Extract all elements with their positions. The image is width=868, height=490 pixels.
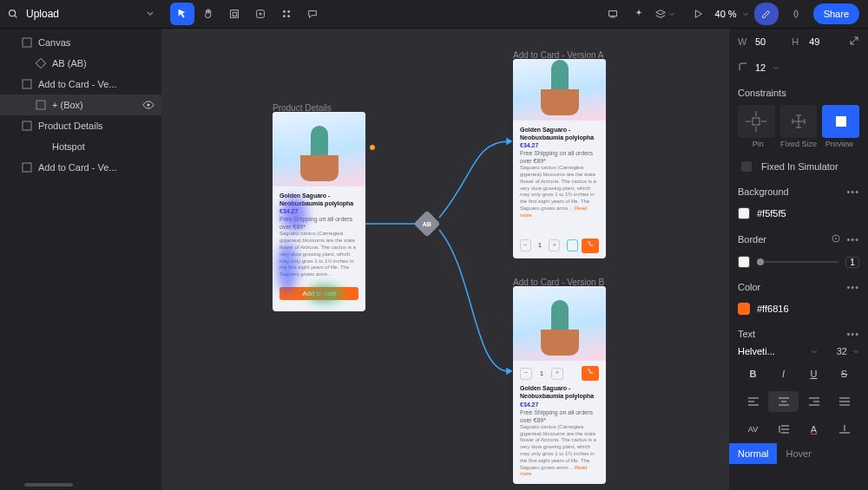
insert-tool[interactable] (248, 3, 273, 25)
text-transform-button[interactable] (829, 419, 859, 440)
svg-point-0 (10, 10, 16, 16)
border-width[interactable]: 1 (845, 257, 859, 268)
constraint-pin[interactable] (738, 105, 775, 138)
svg-point-6 (287, 10, 290, 13)
font-size[interactable]: 32 (837, 346, 847, 356)
bold-button[interactable]: B (738, 363, 768, 384)
svg-rect-19 (836, 116, 846, 127)
device-tool[interactable] (601, 3, 625, 25)
tree-item[interactable]: Add to Card - Ve... (0, 74, 161, 95)
handoff-mode[interactable] (784, 3, 808, 25)
scrollbar-thumb[interactable] (24, 483, 73, 487)
letter-spacing-button[interactable]: AV (738, 419, 768, 440)
align-left-button[interactable] (738, 391, 768, 412)
align-right-button[interactable] (799, 391, 829, 412)
inspector-panel: W 50 H 49 12 Constraints Pin Fix (729, 29, 868, 490)
expand-icon[interactable] (849, 36, 859, 48)
strike-button[interactable]: S (829, 363, 859, 384)
ai-tool[interactable] (627, 3, 651, 25)
play-button[interactable] (686, 3, 710, 25)
more-icon[interactable]: ••• (846, 282, 859, 292)
width-value[interactable]: 50 (755, 36, 766, 47)
state-tab-hover[interactable]: Hover (777, 443, 819, 464)
zoom-level[interactable]: 40 % (715, 9, 749, 19)
border-settings-icon[interactable] (831, 233, 841, 245)
comment-tool[interactable] (300, 3, 325, 25)
more-icon[interactable]: ••• (846, 234, 859, 245)
svg-rect-14 (36, 101, 45, 109)
pin-label: Pin (738, 140, 779, 148)
svg-rect-10 (610, 17, 615, 18)
svg-point-21 (835, 238, 837, 239)
hand-tool[interactable] (196, 3, 220, 25)
svg-line-1 (15, 16, 16, 17)
border-swatch[interactable] (738, 256, 750, 268)
width-label: W (738, 36, 748, 47)
tree-item[interactable]: AB (AB) (0, 53, 161, 74)
section-constraints: Constraints (729, 81, 868, 101)
constraint-preview[interactable] (822, 105, 859, 138)
svg-rect-16 (23, 121, 31, 130)
search-icon[interactable] (7, 8, 19, 20)
bg-value[interactable]: #f5f5f5 (757, 208, 786, 219)
underline-button[interactable]: U (799, 363, 829, 384)
border-slider[interactable] (757, 261, 838, 263)
layers-tool[interactable] (653, 3, 677, 25)
align-center-button[interactable] (768, 391, 799, 412)
height-label: H (792, 36, 802, 47)
line-height-button[interactable] (768, 419, 799, 440)
svg-rect-12 (36, 58, 45, 68)
visibility-icon[interactable] (142, 99, 155, 111)
tree-item[interactable]: Product Details (0, 115, 161, 136)
more-icon[interactable]: ••• (846, 329, 859, 339)
cursor-tool[interactable] (170, 3, 194, 25)
frame-tool[interactable] (222, 3, 247, 25)
svg-point-7 (283, 15, 286, 17)
chevron-down-icon[interactable] (773, 62, 779, 73)
edit-mode[interactable] (754, 3, 779, 25)
svg-point-5 (283, 10, 286, 13)
fixed-simulator-label: Fixed In Simulator (761, 161, 838, 172)
section-border: Border••• (729, 226, 868, 249)
text-color-button[interactable]: A (799, 419, 829, 440)
canvas[interactable]: Product Details Golden Saguaro - Neobuxb… (161, 29, 729, 490)
svg-point-15 (148, 104, 150, 107)
color-value[interactable]: #ff6816 (757, 304, 789, 314)
tree-item[interactable]: Canvas (0, 32, 161, 53)
state-tab-normal[interactable]: Normal (729, 443, 777, 464)
align-justify-button[interactable] (829, 391, 859, 412)
chevron-down-icon[interactable] (811, 346, 818, 356)
preview-label: Preview (819, 140, 859, 148)
section-background: Background••• (729, 180, 868, 200)
chevron-down-icon[interactable] (852, 346, 859, 356)
svg-rect-17 (23, 163, 31, 172)
chevron-down-icon[interactable] (146, 9, 155, 19)
constraint-fixed[interactable] (780, 105, 818, 138)
radius-value[interactable]: 12 (755, 62, 766, 73)
svg-rect-9 (608, 11, 616, 16)
font-family[interactable]: Helveti... (738, 346, 806, 356)
color-swatch[interactable] (738, 303, 750, 315)
svg-rect-18 (753, 118, 760, 125)
more-icon[interactable]: ••• (846, 186, 859, 197)
svg-rect-11 (23, 38, 31, 47)
svg-point-8 (287, 15, 290, 17)
fixed-simulator-checkbox[interactable] (741, 161, 752, 172)
tree-item[interactable]: Add to Card - Ve... (0, 157, 161, 178)
bg-swatch[interactable] (738, 207, 750, 219)
height-value[interactable]: 49 (809, 36, 819, 47)
italic-button[interactable]: I (768, 363, 799, 384)
fixed-label: Fixed Size (779, 140, 819, 148)
section-color: Color••• (729, 275, 868, 296)
tree-item[interactable]: Hotspot (0, 136, 161, 157)
page-selector[interactable]: Upload (26, 8, 59, 20)
tree-item-selected[interactable]: + (Box) (0, 95, 161, 115)
topbar: Upload 40 % Share (0, 0, 868, 29)
component-tool[interactable] (274, 3, 299, 25)
section-text: Text••• (729, 322, 868, 343)
svg-rect-13 (23, 80, 31, 88)
share-button[interactable]: Share (813, 3, 859, 24)
svg-rect-3 (233, 12, 236, 16)
radius-icon (738, 62, 748, 74)
layer-panel: Canvas AB (AB) Add to Card - Ve... + (Bo… (0, 29, 161, 490)
